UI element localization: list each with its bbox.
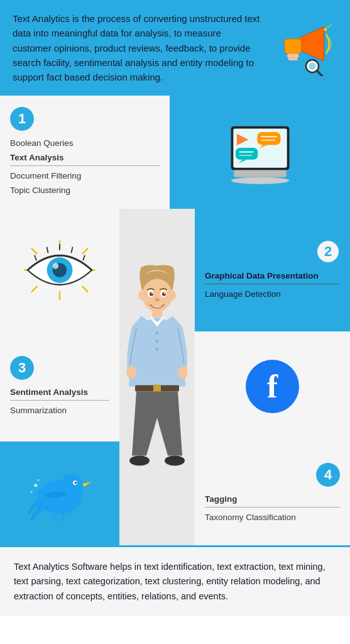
svg-point-47 [37,479,39,481]
row3-right: f [195,331,350,441]
row4-item-1: Taxonomy Classification [205,510,340,525]
svg-point-33 [53,264,58,269]
row4-left [0,441,119,545]
row4-center-placeholder [119,441,195,545]
header-section: Text Analytics is the process of convert… [0,0,350,96]
svg-point-46 [30,491,32,493]
svg-line-34 [35,256,36,260]
svg-rect-14 [257,132,280,145]
badge-2: 2 [316,240,340,264]
svg-point-42 [75,482,77,484]
row-1: 1 Boolean Queries Text Analysis Document… [0,96,350,209]
row-4: 4 Tagging Taxonomy Classification [0,441,350,545]
svg-line-8 [317,71,322,76]
svg-point-6 [330,25,332,26]
row-2: 2 Graphical Data Presentation Language D… [0,209,350,331]
svg-line-44 [62,514,63,522]
svg-point-9 [309,62,316,70]
row2-right: 2 Graphical Data Presentation Language D… [195,209,350,331]
svg-rect-11 [234,170,287,177]
svg-line-27 [31,248,36,253]
svg-line-37 [72,248,73,253]
footer-section: Text Analytics Software helps in text id… [0,545,350,616]
row1-right-cell [170,96,350,209]
row2-center-placeholder [119,209,195,331]
svg-rect-2 [287,53,298,58]
svg-line-35 [47,248,48,253]
svg-point-45 [34,484,37,487]
svg-line-38 [83,256,85,260]
svg-point-5 [327,26,329,28]
facebook-icon: f [246,360,299,413]
row1-item-1: Text Analysis [10,150,160,166]
svg-line-30 [31,287,36,292]
row-3: 3 Sentiment Analysis Summarization f [0,331,350,441]
row2-left [0,209,119,331]
badge-4: 4 [316,463,340,487]
footer-text: Text Analytics Software helps in text id… [14,560,336,604]
megaphone-icon [268,19,337,76]
svg-line-43 [53,513,56,522]
row3-item-1: Summarization [10,403,109,418]
row1-item-0: Boolean Queries [10,136,160,150]
header-text: Text Analytics is the process of convert… [13,11,261,84]
svg-point-10 [231,177,289,184]
svg-line-29 [82,248,87,253]
svg-point-4 [324,28,327,31]
svg-line-28 [82,287,87,292]
row3-item-0: Sentiment Analysis [10,385,109,401]
row1-item-3: Topic Clustering [10,183,160,197]
svg-rect-16 [236,148,258,160]
row4-right: 4 Tagging Taxonomy Classification [195,441,350,545]
row2-item-1: Language Detection [205,287,340,301]
badge-3: 3 [10,356,34,380]
svg-rect-3 [288,58,298,60]
row3-center-placeholder [119,331,195,441]
rows-2-3-4-wrapper: 2 Graphical Data Presentation Language D… [0,209,350,545]
row2-item-0: Graphical Data Presentation [205,269,340,284]
row1-left-cell: 1 Boolean Queries Text Analysis Document… [0,96,170,209]
row1-item-2: Document Filtering [10,169,160,183]
row4-item-0: Tagging [205,492,340,508]
svg-rect-1 [285,39,302,53]
row3-left: 3 Sentiment Analysis Summarization [0,331,119,441]
badge-1: 1 [10,107,34,131]
svg-marker-0 [300,27,324,61]
